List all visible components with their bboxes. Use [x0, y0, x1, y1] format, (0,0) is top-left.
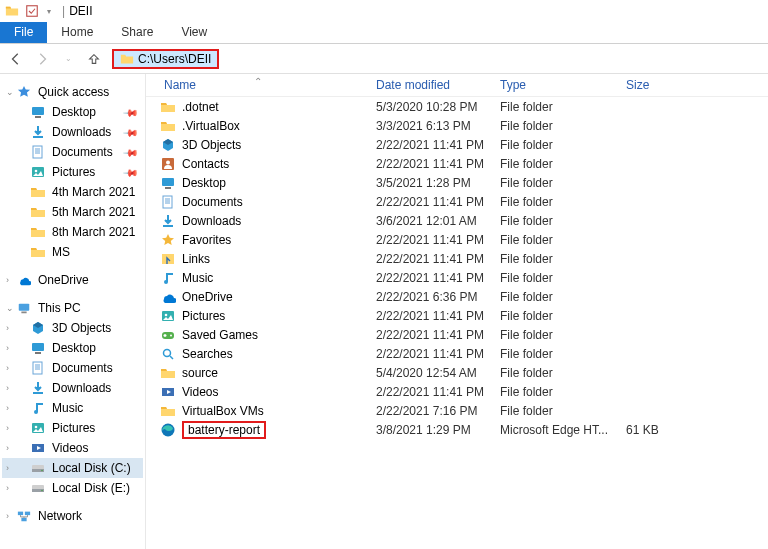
sidebar-item[interactable]: 8th March 2021: [2, 222, 143, 242]
sidebar-item[interactable]: Downloads📌: [2, 122, 143, 142]
sidebar-item[interactable]: ›Local Disk (E:): [2, 478, 143, 498]
save-icon[interactable]: [24, 3, 40, 19]
svg-rect-22: [18, 512, 23, 516]
tab-view[interactable]: View: [167, 22, 221, 43]
chevron-right-icon[interactable]: ›: [6, 443, 9, 453]
file-name: source: [182, 366, 218, 380]
file-row[interactable]: Downloads3/6/2021 12:01 AMFile folder: [146, 211, 768, 230]
cell-date: 2/22/2021 11:41 PM: [376, 157, 500, 171]
file-row[interactable]: OneDrive2/22/2021 6:36 PMFile folder: [146, 287, 768, 306]
column-name[interactable]: Name: [160, 78, 376, 92]
file-row[interactable]: Searches2/22/2021 11:41 PMFile folder: [146, 344, 768, 363]
ribbon-tabs: File Home Share View: [0, 22, 768, 44]
sidebar-item[interactable]: MS: [2, 242, 143, 262]
file-row[interactable]: .VirtualBox3/3/2021 6:13 PMFile folder: [146, 116, 768, 135]
chevron-down-icon[interactable]: ⌄: [6, 87, 14, 97]
3d-icon: [30, 320, 46, 336]
file-row[interactable]: Desktop3/5/2021 1:28 PMFile folder: [146, 173, 768, 192]
cell-date: 2/22/2021 11:41 PM: [376, 328, 500, 342]
up-button[interactable]: [86, 51, 102, 67]
sidebar-item-label: 3D Objects: [52, 321, 111, 335]
file-row[interactable]: Contacts2/22/2021 11:41 PMFile folder: [146, 154, 768, 173]
navigation-pane[interactable]: ⌄ Quick access Desktop📌Downloads📌Documen…: [0, 74, 146, 549]
desktop-icon: [30, 104, 46, 120]
cell-type: File folder: [500, 176, 626, 190]
file-row[interactable]: Music2/22/2021 11:41 PMFile folder: [146, 268, 768, 287]
sidebar-item[interactable]: ›Documents: [2, 358, 143, 378]
chevron-right-icon[interactable]: ›: [6, 343, 9, 353]
file-name: Pictures: [182, 309, 225, 323]
chevron-right-icon[interactable]: ›: [6, 423, 9, 433]
file-name: Documents: [182, 195, 243, 209]
sidebar-item[interactable]: 5th March 2021: [2, 202, 143, 222]
chevron-right-icon[interactable]: ›: [6, 383, 9, 393]
cell-date: 2/22/2021 11:41 PM: [376, 347, 500, 361]
sidebar-item-label: Music: [52, 401, 83, 415]
chevron-right-icon[interactable]: ›: [6, 463, 9, 473]
cell-type: File folder: [500, 195, 626, 209]
this-pc[interactable]: ⌄ This PC: [2, 298, 143, 318]
dropdown-icon[interactable]: ▾: [44, 3, 54, 19]
file-row[interactable]: .dotnet5/3/2020 10:28 PMFile folder: [146, 97, 768, 116]
file-row[interactable]: source5/4/2020 12:54 AMFile folder: [146, 363, 768, 382]
quick-access[interactable]: ⌄ Quick access: [2, 82, 143, 102]
sidebar-item-label: Downloads: [52, 125, 111, 139]
svg-rect-12: [33, 392, 43, 394]
file-name: battery-report: [182, 421, 266, 439]
tab-file[interactable]: File: [0, 22, 47, 43]
file-row[interactable]: Saved Games2/22/2021 11:41 PMFile folder: [146, 325, 768, 344]
cell-name: Music: [160, 270, 376, 286]
sidebar-item-label: Pictures: [52, 421, 95, 435]
documents-icon: [30, 360, 46, 376]
file-row[interactable]: VirtualBox VMs2/22/2021 7:16 PMFile fold…: [146, 401, 768, 420]
sidebar-item[interactable]: ›Desktop: [2, 338, 143, 358]
cell-type: File folder: [500, 404, 626, 418]
cell-type: File folder: [500, 233, 626, 247]
file-row[interactable]: Videos2/22/2021 11:41 PMFile folder: [146, 382, 768, 401]
file-row[interactable]: Documents2/22/2021 11:41 PMFile folder: [146, 192, 768, 211]
forward-button[interactable]: [34, 51, 50, 67]
svg-rect-27: [162, 178, 174, 186]
file-row[interactable]: Favorites2/22/2021 11:41 PMFile folder: [146, 230, 768, 249]
sidebar-item[interactable]: Desktop📌: [2, 102, 143, 122]
chevron-right-icon[interactable]: ›: [6, 275, 9, 285]
cell-name: Videos: [160, 384, 376, 400]
network[interactable]: › Network: [2, 506, 143, 526]
sidebar-item[interactable]: ›Pictures: [2, 418, 143, 438]
file-row[interactable]: 3D Objects2/22/2021 11:41 PMFile folder: [146, 135, 768, 154]
chevron-right-icon[interactable]: ›: [6, 511, 9, 521]
sidebar-item[interactable]: ›Music: [2, 398, 143, 418]
address-bar[interactable]: C:\Users\DEII: [112, 49, 760, 69]
file-row[interactable]: battery-report3/8/2021 1:29 PMMicrosoft …: [146, 420, 768, 439]
svg-rect-23: [25, 512, 30, 516]
onedrive[interactable]: › OneDrive: [2, 270, 143, 290]
address-highlight[interactable]: C:\Users\DEII: [112, 49, 219, 69]
column-date[interactable]: Date modified: [376, 78, 500, 92]
chevron-right-icon[interactable]: ›: [6, 403, 9, 413]
file-row[interactable]: Pictures2/22/2021 11:41 PMFile folder: [146, 306, 768, 325]
chevron-right-icon[interactable]: ›: [6, 323, 9, 333]
cell-date: 2/22/2021 11:41 PM: [376, 385, 500, 399]
folder-icon: [30, 244, 46, 260]
back-button[interactable]: [8, 51, 24, 67]
chevron-right-icon[interactable]: ›: [6, 483, 9, 493]
chevron-right-icon[interactable]: ›: [6, 363, 9, 373]
chevron-down-icon[interactable]: ⌄: [6, 303, 14, 313]
column-type[interactable]: Type: [500, 78, 626, 92]
window-title: DEII: [69, 4, 92, 18]
sidebar-item[interactable]: ›Local Disk (C:): [2, 458, 143, 478]
desktop-icon: [30, 340, 46, 356]
sidebar-item[interactable]: 4th March 2021: [2, 182, 143, 202]
tab-share[interactable]: Share: [107, 22, 167, 43]
recent-dropdown-icon[interactable]: ⌄: [60, 51, 76, 67]
sidebar-item[interactable]: Pictures📌: [2, 162, 143, 182]
sidebar-item[interactable]: ›Videos: [2, 438, 143, 458]
sidebar-item[interactable]: Documents📌: [2, 142, 143, 162]
sidebar-item[interactable]: ›3D Objects: [2, 318, 143, 338]
sidebar-item[interactable]: ›Downloads: [2, 378, 143, 398]
column-size[interactable]: Size: [626, 78, 696, 92]
file-list[interactable]: ⌃ Name Date modified Type Size .dotnet5/…: [146, 74, 768, 549]
tab-home[interactable]: Home: [47, 22, 107, 43]
file-row[interactable]: Links2/22/2021 11:41 PMFile folder: [146, 249, 768, 268]
cell-type: File folder: [500, 214, 626, 228]
